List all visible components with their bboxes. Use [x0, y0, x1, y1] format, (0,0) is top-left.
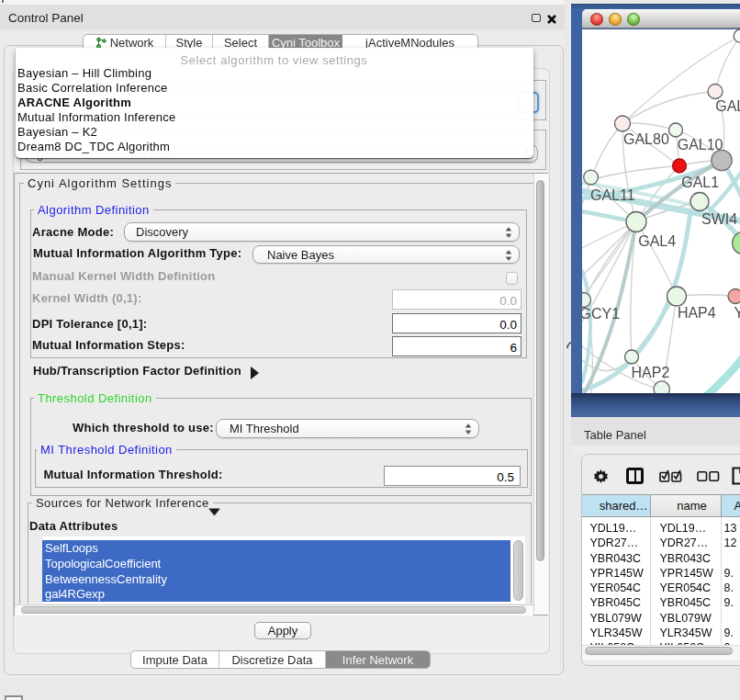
svg-text:YJR048W: YJR048W	[734, 305, 740, 321]
svg-text:HAP4: HAP4	[677, 305, 715, 321]
svg-text:SWI4: SWI4	[701, 211, 737, 227]
svg-text:GAL2: GAL2	[715, 97, 740, 113]
svg-text:HAP2: HAP2	[631, 364, 669, 379]
svg-text:GAL11: GAL11	[590, 186, 635, 202]
svg-text:GAL80: GAL80	[623, 131, 669, 147]
svg-text:GAL1: GAL1	[681, 174, 719, 189]
svg-text:GAL4: GAL4	[638, 232, 676, 248]
svg-text:GAL10: GAL10	[677, 136, 723, 152]
svg-text:GCY1: GCY1	[582, 305, 620, 321]
